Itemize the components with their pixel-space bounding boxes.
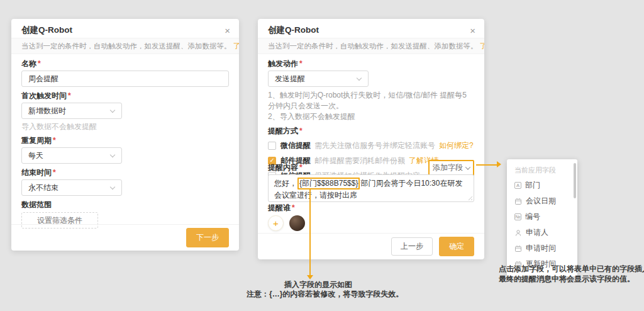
field-item-label: 编号 — [525, 212, 540, 222]
chevron-down-icon — [465, 164, 470, 169]
remind-who-label: 提醒谁* — [268, 203, 295, 213]
confirm-button[interactable]: 确定 — [439, 237, 474, 256]
trigger-action-label: 触发动作* — [268, 59, 474, 69]
dialog-body: 名称* 周会提醒 首次触发时间* 新增数据时 导入数据不会触发提醒 重复周期* … — [11, 54, 239, 229]
dialog-description: 当达到一定的条件时，自动触发动作，如发送提醒、添加数据等。 了解更多 — [258, 38, 484, 54]
field-item-apply-time[interactable]: 申请时间 — [507, 240, 577, 256]
repeat-select[interactable]: 每天 — [21, 147, 122, 164]
trigger-note-2: 2、导入数据不会触发提醒 — [268, 111, 474, 122]
screen: 创建Q-Robot × 当达到一定的条件时，自动触发动作，如发送提醒、添加数据等… — [0, 0, 644, 311]
date-icon — [514, 198, 522, 205]
description-text: 当达到一定的条件时，自动触发动作，如发送提醒、添加数据等。 — [268, 42, 478, 50]
text-field-icon: A — [514, 182, 521, 189]
required-marker: * — [38, 59, 41, 68]
learn-more-link[interactable]: 了解更多 — [480, 42, 484, 50]
trigger-note-1: 1、触发时间为Q-robot执行失败时，短信/微信/邮件 提醒每5分钟内只会发送… — [268, 90, 474, 111]
add-field-caption-line2: 最终的提醒消息中将会显示该字段的值。 — [499, 274, 635, 285]
trigger-notes: 1、触发时间为Q-robot执行失败时，短信/微信/邮件 提醒每5分钟内只会发送… — [268, 90, 474, 122]
dialog-header: 创建Q-Robot × — [11, 19, 239, 38]
field-item-meeting-date[interactable]: 会议日期 — [507, 193, 577, 209]
member-avatar[interactable] — [289, 215, 305, 231]
dialog-description: 当达到一定的条件时，自动触发动作，如发送提醒、添加数据等。 了解更多 — [11, 38, 239, 54]
field-item-serial-number[interactable]: № 编号 — [507, 209, 577, 225]
wechat-checkbox[interactable] — [268, 142, 276, 150]
insert-field-caption-line2: 注意：{…}的内容若被修改，将导致字段失效。 — [247, 289, 403, 300]
required-marker: * — [299, 59, 303, 68]
panel-scrollbar[interactable] — [574, 163, 576, 198]
required-marker: * — [299, 127, 303, 135]
content-text-prefix: 您好， — [274, 179, 297, 188]
field-item-department[interactable]: A 部门 — [507, 178, 577, 193]
arrow-to-caption-head — [307, 275, 313, 280]
close-icon[interactable]: × — [470, 26, 475, 35]
add-member-button[interactable]: + — [268, 215, 284, 231]
chevron-down-icon — [110, 152, 115, 157]
end-time-label: 结束时间* — [21, 168, 229, 178]
person-icon — [514, 229, 522, 237]
how-to-bind-link[interactable]: 如何绑定? — [439, 140, 474, 151]
dialog-title: 创建Q-Robot — [268, 25, 319, 36]
first-trigger-hint: 导入数据不会触发提醒 — [21, 122, 229, 132]
first-trigger-select[interactable]: 新增数据时 — [21, 103, 122, 119]
chevron-down-icon — [110, 184, 115, 189]
close-icon[interactable]: × — [225, 26, 230, 35]
dialog-create-qrobot-step1: 创建Q-Robot × 当达到一定的条件时，自动触发动作，如发送提醒、添加数据等… — [11, 19, 239, 251]
first-trigger-label: 首次触发时间* — [21, 91, 229, 101]
add-field-button[interactable]: 添加字段 — [428, 160, 474, 176]
content-label-row: 提醒内容* 添加字段 — [268, 160, 474, 176]
end-time-select[interactable]: 永不结束 — [21, 179, 122, 196]
content-label: 提醒内容* — [268, 163, 303, 172]
learn-more-link[interactable]: 了解更多 — [233, 42, 239, 50]
dialog-footer: 下一步 — [11, 224, 239, 251]
required-marker: * — [53, 168, 56, 177]
dialog-footer: 上一步 确定 — [258, 233, 484, 259]
dialog-create-qrobot-step2: 创建Q-Robot × 当达到一定的条件时，自动触发动作，如发送提醒、添加数据等… — [258, 19, 484, 259]
field-item-label: 申请时间 — [526, 243, 556, 254]
dialog-header: 创建Q-Robot × — [258, 19, 484, 38]
serial-number-icon: № — [514, 213, 521, 220]
next-step-button[interactable]: 下一步 — [186, 228, 229, 247]
repeat-label: 重复周期* — [21, 136, 229, 145]
field-item-label: 会议日期 — [526, 196, 556, 206]
data-range-label: 数据范围 — [21, 200, 229, 210]
date-icon — [514, 245, 522, 252]
wechat-desc: 需先关注微信服务号并绑定轻流账号 — [314, 140, 435, 151]
trigger-action-select[interactable]: 发送提醒 — [268, 71, 369, 87]
chevron-down-icon — [110, 108, 115, 113]
required-marker: * — [68, 91, 71, 100]
prev-step-button[interactable]: 上一步 — [391, 237, 433, 256]
remind-who-members: + — [268, 215, 305, 231]
field-dropdown-panel: 当前应用字段 A 部门 会议日期 № 编号 申请人 申请时间 更新时间 — [507, 159, 577, 276]
required-marker: * — [292, 203, 295, 212]
inserted-field-token: {部门$$88B75$$} — [297, 178, 360, 189]
add-field-label: 添加字段 — [433, 162, 463, 173]
required-marker: * — [299, 163, 303, 172]
name-input[interactable]: 周会提醒 — [21, 71, 229, 87]
arrow-to-panel-head — [497, 161, 501, 167]
reminder-content-textarea[interactable]: 您好，{部门$$88B75$$}部门周会将于今日10:30在研发会议室进行，请按… — [268, 174, 474, 202]
description-text: 当达到一定的条件时，自动触发动作，如发送提醒、添加数据等。 — [21, 42, 231, 50]
field-item-label: 申请人 — [526, 227, 548, 238]
field-item-applicant[interactable]: 申请人 — [507, 225, 577, 240]
required-marker: * — [53, 136, 56, 145]
add-field-caption-line1: 点击添加字段，可以将表单中已有的字段插入到提醒内容 — [499, 264, 644, 274]
remind-method-label: 提醒方式* — [268, 127, 474, 136]
wechat-label: 微信提醒 — [280, 140, 311, 151]
method-row-wechat: 微信提醒 需先关注微信服务号并绑定轻流账号 如何绑定? — [268, 140, 474, 151]
field-item-label: 部门 — [525, 180, 540, 191]
dialog-title: 创建Q-Robot — [21, 25, 72, 36]
resize-handle[interactable] — [468, 196, 472, 200]
chevron-down-icon — [357, 76, 362, 81]
name-label: 名称* — [21, 59, 229, 69]
panel-header: 当前应用字段 — [507, 162, 577, 178]
